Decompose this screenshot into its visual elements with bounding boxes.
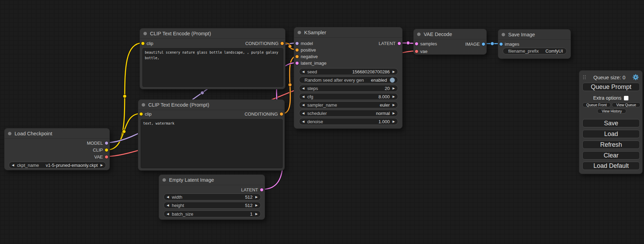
decrement-arrow-icon[interactable]: ◀ (167, 213, 169, 216)
widget-steps[interactable]: ◀ steps 20 ▶ (299, 85, 398, 92)
slot-dot[interactable] (141, 42, 144, 45)
output-slot-conditioning[interactable]: CONDITIONING (245, 111, 283, 117)
input-slot-images[interactable]: images (500, 41, 519, 47)
decrement-arrow-icon[interactable]: ◀ (167, 204, 169, 207)
decrement-arrow-icon[interactable]: ◀ (302, 103, 305, 107)
increment-arrow-icon[interactable]: ▶ (255, 204, 258, 207)
node-title-bar[interactable]: CLIP Text Encode (Prompt) (140, 28, 285, 39)
output-slot-image[interactable]: IMAGE (465, 41, 485, 47)
widget-cfg[interactable]: ◀ cfg 8.000 ▶ (299, 93, 398, 100)
prompt-textarea[interactable]: text, watermark (141, 119, 283, 168)
queue-front-button[interactable]: Queue Front (582, 102, 611, 107)
increment-arrow-icon[interactable]: ▶ (392, 120, 395, 123)
gear-icon[interactable] (633, 74, 639, 80)
slot-dot[interactable] (105, 155, 108, 159)
collapse-dot-icon[interactable] (417, 33, 421, 36)
node-load-checkpoint[interactable]: Load Checkpoint MODEL CLIP VAE ◀ ckpt_na… (4, 128, 110, 170)
increment-arrow-icon[interactable]: ▶ (392, 95, 395, 98)
decrement-arrow-icon[interactable]: ◀ (12, 164, 14, 167)
node-title-bar[interactable]: CLIP Text Encode (Prompt) (138, 100, 284, 110)
output-slot-vae[interactable]: VAE (94, 154, 108, 160)
widget-denoise[interactable]: ◀ denoise 1.000 ▶ (299, 118, 398, 125)
slot-dot[interactable] (140, 112, 143, 116)
input-slot-vae[interactable]: vae (415, 48, 427, 54)
slot-dot[interactable] (295, 55, 299, 58)
input-slot-latent-image[interactable]: latent_image (295, 60, 326, 66)
node-save-image[interactable]: Save Image images filename_prefix ComfyU… (498, 29, 571, 59)
clear-button[interactable]: Clear (582, 151, 640, 160)
widget-random-seed[interactable]: Random seed after every gen enabled (299, 76, 398, 83)
slot-dot[interactable] (295, 48, 299, 52)
collapse-dot-icon[interactable] (298, 31, 301, 34)
input-slot-positive[interactable]: positive (295, 47, 316, 53)
collapse-dot-icon[interactable] (8, 132, 11, 135)
widget-height[interactable]: ◀ height 512 ▶ (164, 202, 261, 209)
link-midpoint-dot[interactable] (122, 130, 126, 133)
increment-arrow-icon[interactable]: ▶ (392, 70, 395, 73)
slot-dot[interactable] (500, 43, 503, 46)
collapse-dot-icon[interactable] (142, 103, 145, 107)
node-ksampler[interactable]: KSampler model positive negative latent_… (294, 27, 403, 129)
slot-dot[interactable] (260, 188, 263, 191)
increment-arrow-icon[interactable]: ▶ (392, 87, 395, 90)
extra-options-checkbox[interactable] (624, 96, 628, 100)
output-slot-latent[interactable]: LATENT (379, 40, 401, 46)
slot-dot[interactable] (295, 42, 299, 45)
output-slot-conditioning[interactable]: CONDITIONING (245, 40, 284, 46)
input-slot-model[interactable]: model (295, 40, 313, 46)
collapse-dot-icon[interactable] (143, 32, 147, 35)
slot-dot[interactable] (415, 50, 418, 53)
input-slot-negative[interactable]: negative (295, 53, 318, 60)
node-title-bar[interactable]: VAE Decode (414, 29, 486, 39)
widget-scheduler[interactable]: ◀ scheduler normal ▶ (299, 110, 398, 117)
widget-filename-prefix[interactable]: filename_prefix ComfyUI (503, 48, 567, 54)
increment-arrow-icon[interactable]: ▶ (392, 103, 395, 107)
node-vae-decode[interactable]: VAE Decode samples vae IMAGE (413, 29, 487, 55)
collapse-dot-icon[interactable] (502, 33, 505, 36)
queue-prompt-button[interactable]: Queue Prompt (582, 83, 640, 91)
node-title-bar[interactable]: KSampler (294, 27, 402, 38)
slot-dot[interactable] (482, 43, 485, 46)
output-slot-clip[interactable]: CLIP (93, 147, 108, 153)
refresh-button[interactable]: Refresh (582, 141, 640, 149)
view-history-button[interactable]: View History (597, 109, 626, 114)
view-queue-button[interactable]: View Queue (612, 102, 641, 107)
slot-dot[interactable] (280, 112, 283, 116)
increment-arrow-icon[interactable]: ▶ (255, 196, 258, 199)
drag-handle-icon[interactable] (583, 75, 586, 80)
load-default-button[interactable]: Load Default (582, 162, 640, 170)
slot-dot[interactable] (105, 142, 108, 145)
link-midpoint-dot[interactable] (288, 45, 292, 48)
collapse-dot-icon[interactable] (162, 178, 166, 182)
decrement-arrow-icon[interactable]: ◀ (302, 120, 305, 123)
slot-dot[interactable] (105, 148, 108, 152)
widget-sampler-name[interactable]: ◀ sampler_name euler ▶ (299, 101, 398, 108)
slot-dot[interactable] (295, 62, 299, 65)
widget-ckpt-name[interactable]: ◀ ckpt_name v1-5-pruned-emaonly.ckpt ▶ (9, 162, 106, 169)
load-button[interactable]: Load (582, 130, 640, 138)
link-midpoint-dot[interactable] (288, 83, 292, 87)
widget-seed[interactable]: ◀ seed 156680208700286 ▶ (299, 68, 398, 75)
output-slot-model[interactable]: MODEL (87, 140, 108, 146)
node-title-bar[interactable]: Empty Latent Image (159, 175, 265, 185)
slot-dot[interactable] (281, 42, 284, 45)
increment-arrow-icon[interactable]: ▶ (392, 112, 395, 115)
node-title-bar[interactable]: Save Image (498, 29, 571, 40)
slot-dot[interactable] (398, 42, 401, 45)
link-midpoint-dot[interactable] (123, 94, 126, 98)
node-clip-text-encode-positive[interactable]: CLIP Text Encode (Prompt) clip CONDITION… (140, 28, 285, 89)
decrement-arrow-icon[interactable]: ◀ (302, 87, 305, 90)
widget-batch-size[interactable]: ◀ batch_size 1 ▶ (164, 210, 261, 217)
input-slot-samples[interactable]: samples (415, 40, 437, 47)
save-button[interactable]: Save (582, 119, 640, 127)
increment-arrow-icon[interactable]: ▶ (100, 164, 103, 167)
prompt-textarea[interactable]: beautiful scenery nature glass bottle la… (142, 48, 283, 87)
link-midpoint-dot[interactable] (201, 91, 204, 94)
input-slot-clip[interactable]: clip (140, 111, 152, 117)
node-empty-latent-image[interactable]: Empty Latent Image LATENT ◀ width 512 ▶ … (159, 174, 265, 220)
node-clip-text-encode-negative[interactable]: CLIP Text Encode (Prompt) clip CONDITION… (138, 99, 285, 171)
decrement-arrow-icon[interactable]: ◀ (302, 70, 305, 73)
output-slot-latent[interactable]: LATENT (241, 187, 263, 193)
decrement-arrow-icon[interactable]: ◀ (302, 112, 305, 115)
toggle-dot[interactable] (390, 78, 395, 83)
